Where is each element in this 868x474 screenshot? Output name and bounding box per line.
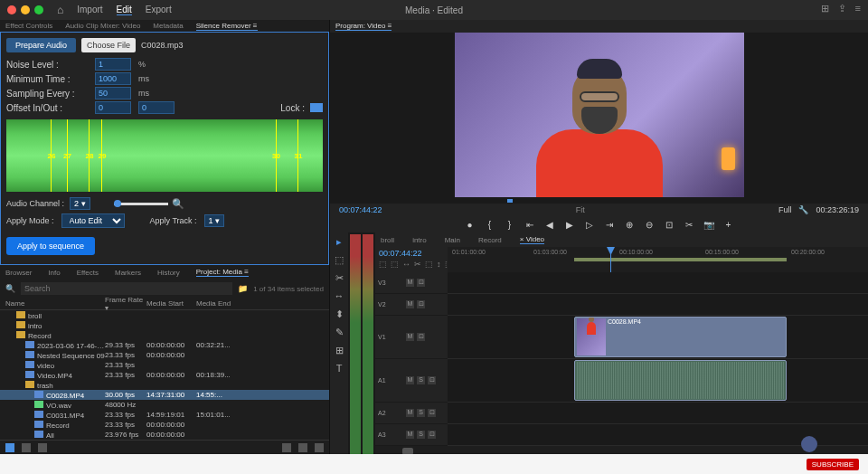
transport-btn-13[interactable]: + [722,218,735,231]
track-btn[interactable]: ⊡ [428,409,436,417]
choose-file-button[interactable]: Choose File [81,38,136,52]
project-search-input[interactable] [21,282,232,295]
transport-btn-9[interactable]: ⊖ [643,218,656,231]
full-dropdown[interactable]: Full [778,205,792,214]
timeline-tool-7[interactable]: T [333,363,345,375]
project-row[interactable]: video23.33 fps [0,360,329,370]
project-row[interactable]: trash [0,380,329,390]
apply-track-select[interactable]: 1 ▾ [204,214,225,227]
tl-tab-main[interactable]: Main [445,236,460,244]
track-btn[interactable]: ⊡ [417,279,425,287]
transport-btn-1[interactable]: { [484,218,496,231]
col-media-start[interactable]: Media Start [146,299,196,308]
project-row[interactable]: Record [0,330,329,340]
tab-silence-remover[interactable]: Silence Remover ≡ [196,22,258,31]
timeline-ruler[interactable]: 01:01:00:00 01:03:00:00 00:10:00:00 00:1… [448,247,868,272]
share-icon[interactable]: ⇪ [838,3,846,14]
tab-history[interactable]: History [157,269,180,277]
tab-effect-controls[interactable]: Effect Controls [5,22,52,30]
timeline-tool-6[interactable]: ⊞ [333,345,345,357]
transport-btn-11[interactable]: ✂ [683,218,695,231]
tab-info[interactable]: Info [48,269,60,277]
tab-program-video[interactable]: Program: Video ≡ [335,22,392,31]
timeline-tool-5[interactable]: ✎ [333,327,345,339]
audio-channel-select[interactable]: 2 ▾ [70,197,90,210]
list-view-icon[interactable] [5,443,14,452]
timeline-tool-2[interactable]: ✂ [333,272,345,285]
transport-btn-2[interactable]: } [504,218,516,231]
track-header-A2[interactable]: A2MS⊡ [375,403,448,424]
apply-mode-select[interactable]: Auto Edit [61,213,125,228]
playhead-scrubber[interactable] [507,199,513,203]
close-dot[interactable] [7,5,16,14]
transport-btn-12[interactable]: 📷 [703,218,715,231]
prepare-audio-button[interactable]: Prepare Audio [6,38,76,52]
tl-tab-video[interactable]: × Video [520,235,544,244]
tl-option-icon[interactable]: ⬚ [425,260,433,269]
project-row[interactable]: VO.wav48000 Hz [0,400,329,410]
tl-tab-broll[interactable]: broll [381,236,394,244]
tl-option-icon[interactable]: ↕ [437,260,441,269]
trash-icon[interactable] [315,443,324,452]
track-lane-A2[interactable] [448,403,868,424]
track-btn[interactable]: S [417,431,425,439]
work-area-bar[interactable] [574,258,787,261]
transport-btn-3[interactable]: ⇤ [524,218,536,231]
tab-browser[interactable]: Browser [5,269,32,277]
tab-effects[interactable]: Effects [77,269,99,277]
noise-level-input[interactable] [95,58,131,71]
track-btn[interactable]: M [406,376,414,384]
timeline-tc[interactable]: 00:07:44:22 [379,249,444,258]
tl-tab-intro[interactable]: intro [412,236,427,244]
menu-export[interactable]: Export [146,5,172,15]
project-row[interactable]: Nested Sequence 0923.33 fps00:00:00:00 [0,350,329,360]
transport-btn-8[interactable]: ⊕ [623,218,636,231]
tl-tab-record[interactable]: Record [478,236,502,244]
track-lane-V2[interactable] [448,294,868,316]
transport-btn-6[interactable]: ▷ [583,218,596,231]
freeform-view-icon[interactable] [38,443,47,452]
track-lane-V1[interactable]: C0028.MP4 [448,316,868,359]
transport-btn-4[interactable]: ◀ [543,218,556,231]
track-header-A1[interactable]: A1MS⊡ [375,359,448,403]
track-lane-V3[interactable] [448,272,868,294]
col-media-end[interactable]: Media End [196,299,238,308]
project-row[interactable]: Record23.33 fps00:00:00:00 [0,420,329,430]
track-header-A3[interactable]: A3MS⊡ [375,424,448,446]
tab-metadata[interactable]: Metadata [153,22,183,30]
tl-option-icon[interactable]: ✂ [414,260,421,269]
track-header-V3[interactable]: V3M⊡ [375,272,448,294]
menu-import[interactable]: Import [77,5,102,15]
min-dot[interactable] [21,5,30,14]
track-btn[interactable]: S [417,409,425,417]
apply-to-sequence-button[interactable]: Apply to sequence [6,237,95,255]
max-dot[interactable] [34,5,43,14]
project-row[interactable]: intro [0,320,329,330]
offset-out-input[interactable] [138,101,175,114]
program-monitor[interactable] [330,33,868,197]
track-btn[interactable]: M [406,409,414,417]
panel-menu-icon[interactable]: ≡ [855,3,861,14]
timeline-tool-4[interactable]: ⬍ [333,308,345,321]
tab-audio-mixer[interactable]: Audio Clip Mixer: Video [65,22,140,30]
project-row[interactable]: broll [0,310,329,320]
col-name[interactable]: Name [5,299,105,308]
transport-btn-7[interactable]: ⇥ [603,218,616,231]
waveform-preview[interactable]: 26 27 28 29 30 31 [6,119,323,192]
new-bin-icon[interactable] [282,443,291,452]
transport-btn-10[interactable]: ⊡ [663,218,675,231]
home-icon[interactable]: ⌂ [57,4,63,16]
tab-project-media[interactable]: Project: Media ≡ [196,268,249,277]
bin-icon[interactable]: 📁 [238,284,248,293]
track-btn[interactable]: ⊡ [417,300,425,308]
video-clip[interactable]: C0028.MP4 [574,317,787,357]
timeline-tool-1[interactable]: ⬚ [333,254,345,267]
tl-option-icon[interactable]: ↔ [402,260,410,269]
track-btn[interactable]: M [406,431,414,439]
project-row[interactable]: All23.976 fps00:00:00:00 [0,430,329,440]
transport-btn-5[interactable]: ▶ [563,218,576,231]
subscribe-button[interactable]: SUBSCRIBE [807,459,859,470]
transport-btn-0[interactable]: ● [464,218,476,231]
track-btn[interactable]: M [406,300,414,308]
menu-edit[interactable]: Edit [117,5,132,15]
